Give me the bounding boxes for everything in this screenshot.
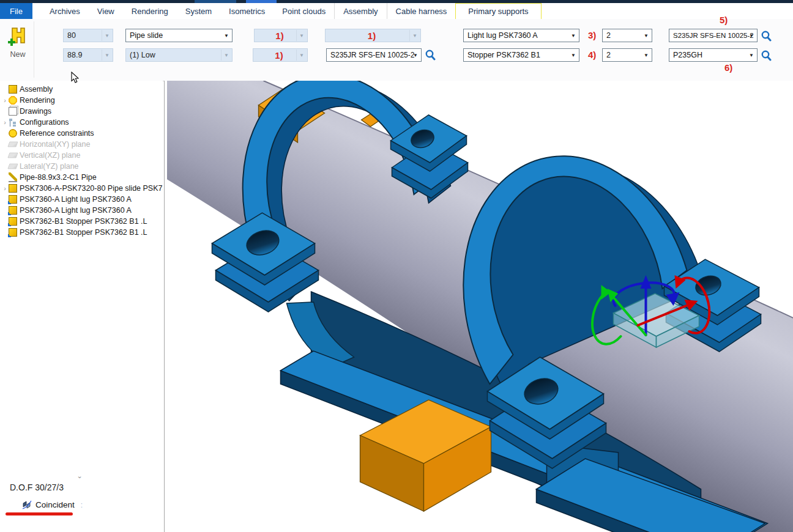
collapse-chevron-icon[interactable]: ⌄ [73,472,86,480]
tree-item-label: Drawings [20,107,51,116]
nominal-size-combo[interactable]: 80 ▼ [63,29,113,42]
tree-item-label: Configurations [20,118,69,127]
stopper-material-combo[interactable]: P235GH ▼ [669,48,758,62]
tree-item-label: PSK7362-B1 Stopper PSK7362 B1 .L [20,228,147,237]
tree-item[interactable]: PSK7362-B1 Stopper PSK7362 B1 .L [0,227,163,238]
lug-count-combo[interactable]: 2 ▼ [602,29,652,42]
pipe-icon [9,172,17,182]
expand-chevron-icon[interactable]: › [1,119,9,126]
chevron-down-icon: ▼ [102,30,112,41]
tree-item-label: Rendering [20,96,55,105]
tree-item-label: Reference constraints [20,129,94,138]
tree-item-label: PSK7360-A Light lug PSK7360 A [20,195,132,204]
tree-item[interactable]: Drawings [0,106,163,117]
chevron-down-icon: ▼ [746,30,756,41]
coincident-icon [22,500,32,509]
tree-item[interactable]: PSK7360-A Light lug PSK7360 A [0,205,163,216]
assembly-icon [9,184,17,193]
quality-combo[interactable]: (1) Low ▼ [125,48,233,62]
constraint-row[interactable]: Coincident : [22,500,83,509]
chevron-down-icon: ▼ [746,50,756,61]
search-icon[interactable] [761,30,772,42]
clamp-icon [9,129,17,138]
stopper-type-value: Stopper PSK7362 B1 [467,51,540,59]
slide-material-value: S235JR SFS-EN 10025-2 [330,51,414,59]
part-icon [9,228,17,237]
annotated-combo-1[interactable]: 1) ▼ [254,29,308,42]
support-type-value: Pipe slide [130,31,163,40]
tree-item[interactable]: Lateral(YZ) plane [0,161,163,172]
3d-scene [167,81,793,532]
ribbon: New 80 ▼ 88.9 ▼ Pipe slide ▼ (1) Low ▼ 1… [0,19,793,81]
menu-tab-isometrics[interactable]: Isometrics [220,3,274,19]
tree-item-label: Pipe-88.9x3.2-C1 Pipe [20,173,97,182]
mouse-cursor [71,72,79,83]
support-type-combo[interactable]: Pipe slide ▼ [125,29,233,42]
chevron-down-icon: ▼ [222,30,231,41]
chevron-down-icon: ▼ [102,50,112,61]
tree-item[interactable]: › Configurations [0,117,163,128]
tree-item[interactable]: PSK7360-A Light lug PSK7360 A [0,194,163,205]
stopper-material-value: P235GH [673,51,702,59]
quality-value: (1) Low [130,51,155,59]
menu-tab-archives[interactable]: Archives [41,3,89,19]
plane-icon [7,153,18,158]
new-button[interactable]: New [4,26,32,70]
tree-item[interactable]: › PSK7306-A-PSK7320-80 Pipe slide PSK732… [0,183,163,194]
chevron-down-icon: ▼ [641,30,651,41]
menu-tab-point-clouds[interactable]: Point clouds [274,3,334,19]
tree-item[interactable]: Vertical(XZ) plane [0,150,163,161]
dof-status: D.O.F 30/27/3 [10,482,64,492]
stopper-count-combo[interactable]: 2 ▼ [602,48,652,62]
tree-item-label: PSK7362-B1 Stopper PSK7362 B1 .L [20,217,147,226]
chevron-down-icon: ▼ [568,50,578,61]
tree-item[interactable]: Horizontal(XY) plane [0,139,163,150]
part-icon [9,217,17,226]
annotation-6: 6) [724,62,732,73]
expand-chevron-icon[interactable]: › [1,185,9,192]
tree-item[interactable]: › Rendering [0,95,163,106]
menu-tab-assembly[interactable]: Assembly [334,3,386,19]
stopper-count-value: 2 [606,51,611,59]
tree-item-label: Lateral(YZ) plane [20,162,79,171]
part-icon [9,206,17,215]
nominal-size-value: 80 [67,31,76,40]
menu-tab-cable-harness[interactable]: Cable harness [387,3,456,19]
chevron-down-icon: ▼ [409,30,420,41]
menu-tab-file[interactable]: File [0,3,32,19]
3d-viewport[interactable] [167,81,793,532]
new-assembly-icon [7,26,28,46]
tree-item[interactable]: PSK7362-B1 Stopper PSK7362 B1 .L [0,216,163,227]
search-icon[interactable] [761,50,772,62]
outer-diameter-value: 88.9 [67,51,82,59]
lug-material-combo[interactable]: S235JR SFS-EN 10025-2 ▼ [669,29,758,42]
sun-icon [9,96,17,105]
search-icon[interactable] [425,49,436,61]
menu-tab-system[interactable]: System [177,3,220,19]
chevron-down-icon: ▼ [296,30,307,41]
menu-tab-rendering[interactable]: Rendering [123,3,177,19]
app-window: { "colors":{"annotation_red":"#d9261c","… [0,0,793,532]
tree-item[interactable]: Reference constraints [0,128,163,139]
config-icon [9,118,17,127]
plane-icon [7,142,18,147]
new-button-label: New [4,50,32,59]
menu-tab-view[interactable]: View [89,3,123,19]
tree-item[interactable]: Assembly [0,84,163,95]
tree-item-label: PSK7306-A-PSK7320-80 Pipe slide PSK7320 [20,184,163,193]
chevron-down-icon: ▼ [568,30,578,41]
lug-type-combo[interactable]: Light lug PSK7360 A ▼ [463,29,579,42]
stopper-type-combo[interactable]: Stopper PSK7362 B1 ▼ [463,48,579,62]
annotated-combo-3[interactable]: 1) ▼ [253,48,308,62]
constraint-label: Coincident [35,500,75,509]
menu-bar: FileArchivesViewRenderingSystemIsometric… [0,3,793,20]
annotated-combo-2[interactable]: 1) ▼ [325,29,421,42]
tree-item[interactable]: Pipe-88.9x3.2-C1 Pipe [0,172,163,183]
part-icon [9,195,17,204]
slide-material-combo[interactable]: S235JR SFS-EN 10025-2 ▼ [326,48,422,62]
expand-chevron-icon[interactable]: › [1,97,9,104]
outer-diameter-combo[interactable]: 88.9 ▼ [63,48,113,62]
lug-count-value: 2 [606,31,611,40]
tree-item-label: Assembly [20,85,53,94]
menu-tab-primary-supports[interactable]: Primary supports [455,3,541,20]
